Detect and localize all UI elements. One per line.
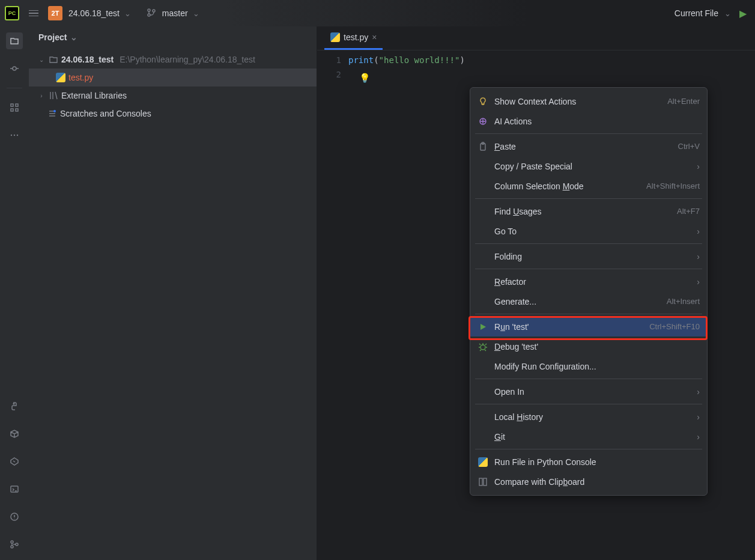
- menu-item[interactable]: Go To›: [470, 221, 707, 241]
- menu-item[interactable]: Run File in Python Console: [470, 452, 707, 472]
- project-name[interactable]: 24.06.18_test: [68, 8, 120, 18]
- vcs-tool-icon[interactable]: [6, 536, 23, 553]
- menu-item-label: Copy / Paste Special: [494, 162, 691, 171]
- problems-tool-icon[interactable]: [6, 508, 23, 525]
- menu-item[interactable]: Copy / Paste Special›: [470, 156, 707, 176]
- menu-item[interactable]: Show Context ActionsAlt+Enter: [470, 91, 707, 111]
- left-tool-rail: [0, 26, 29, 560]
- debug-icon: [478, 342, 488, 352]
- menu-item[interactable]: Compare with Clipboard: [470, 472, 707, 492]
- tree-external-libraries[interactable]: › External Libraries: [29, 87, 317, 105]
- menu-item-label: Debug 'test': [494, 342, 700, 352]
- submenu-arrow-icon: ›: [697, 432, 700, 442]
- menu-separator: [475, 198, 702, 199]
- menu-item[interactable]: Git›: [470, 427, 707, 446]
- tree-item-label: Scratches and Consoles: [60, 109, 151, 118]
- submenu-arrow-icon: ›: [697, 162, 700, 171]
- menu-item[interactable]: Run 'test'Ctrl+Shift+F10: [470, 317, 707, 336]
- svg-point-9: [14, 135, 15, 136]
- chevron-down-icon[interactable]: ⌄: [193, 9, 199, 18]
- menu-item-label: Folding: [494, 252, 691, 261]
- packages-tool-icon[interactable]: [6, 425, 23, 442]
- project-tree: ⌄ 24.06.18_test E:\Python\learning_py\24…: [29, 48, 317, 125]
- tree-file-testpy[interactable]: test.py: [29, 68, 317, 87]
- menu-separator: [475, 243, 702, 244]
- line-number: 1: [317, 53, 341, 67]
- svg-point-3: [13, 67, 16, 70]
- tab-label: test.py: [344, 32, 368, 42]
- run-config-selector[interactable]: Current File: [675, 8, 718, 18]
- terminal-tool-icon[interactable]: [6, 481, 23, 498]
- tab-testpy[interactable]: test.py ×: [324, 26, 383, 50]
- menu-item[interactable]: Folding›: [470, 246, 707, 266]
- svg-rect-23: [484, 478, 487, 485]
- intention-bulb-icon[interactable]: 💡: [359, 71, 371, 85]
- menu-separator: [475, 133, 702, 134]
- menu-item[interactable]: PasteCtrl+V: [470, 136, 707, 156]
- svg-rect-22: [479, 478, 482, 485]
- caret-down-icon: ⌄: [37, 56, 46, 63]
- submenu-arrow-icon: ›: [697, 252, 700, 261]
- menu-item-label: Modify Run Configuration...: [494, 362, 700, 371]
- folder-icon: [48, 55, 59, 64]
- svg-point-15: [11, 546, 13, 548]
- menu-item[interactable]: Debug 'test': [470, 336, 707, 356]
- menu-item[interactable]: Local History›: [470, 407, 707, 427]
- python-console-icon[interactable]: [6, 398, 23, 415]
- main-menu-button[interactable]: [26, 6, 41, 20]
- project-badge-icon: 2T: [48, 6, 62, 20]
- bulb-icon: [478, 97, 488, 106]
- menu-item[interactable]: Generate...Alt+Insert: [470, 291, 707, 311]
- submenu-arrow-icon: ›: [697, 412, 700, 422]
- menu-item-label: Run 'test': [494, 322, 643, 332]
- menu-item-label: Generate...: [494, 297, 661, 306]
- editor-tabs: test.py ×: [317, 26, 755, 50]
- menu-separator: [475, 404, 702, 404]
- tree-file-label: test.py: [68, 73, 93, 82]
- svg-point-1: [148, 14, 150, 16]
- chevron-down-icon[interactable]: ⌄: [724, 9, 731, 18]
- menu-item[interactable]: AI Actions: [470, 111, 707, 131]
- code-editor[interactable]: 1 2 print("hello world!!!") 💡: [317, 50, 755, 82]
- svg-point-0: [148, 9, 150, 11]
- code-content[interactable]: print("hello world!!!") 💡: [348, 50, 755, 82]
- menu-item[interactable]: Column Selection ModeAlt+Shift+Insert: [470, 176, 707, 196]
- menu-item[interactable]: Find UsagesAlt+F7: [470, 201, 707, 221]
- menu-shortcut: Ctrl+V: [678, 142, 700, 151]
- svg-rect-6: [11, 109, 13, 111]
- library-icon: [48, 91, 59, 100]
- tree-scratches[interactable]: Scratches and Consoles: [29, 105, 317, 123]
- svg-point-2: [153, 10, 155, 12]
- caret-right-icon: ›: [37, 93, 46, 99]
- branch-name[interactable]: master: [162, 8, 188, 18]
- svg-point-17: [53, 110, 56, 112]
- python-file-icon: [330, 32, 340, 42]
- svg-point-21: [481, 345, 485, 350]
- project-tool-icon[interactable]: [6, 32, 23, 49]
- menu-item[interactable]: Open In›: [470, 382, 707, 401]
- menu-item-label: Local History: [494, 412, 691, 422]
- menu-shortcut: Ctrl+Shift+F10: [649, 322, 700, 331]
- commit-tool-icon[interactable]: [6, 60, 23, 77]
- close-tab-icon[interactable]: ×: [372, 32, 377, 42]
- run-button-icon[interactable]: ▶: [739, 8, 747, 19]
- menu-shortcut: Alt+Insert: [667, 297, 700, 306]
- menu-item[interactable]: Refactor›: [470, 272, 707, 291]
- more-tool-icon[interactable]: [6, 127, 23, 144]
- project-panel-header[interactable]: Project ⌄: [29, 26, 317, 48]
- menu-item-label: Compare with Clipboard: [494, 477, 700, 487]
- tree-root-folder[interactable]: ⌄ 24.06.18_test E:\Python\learning_py\24…: [29, 50, 317, 68]
- structure-tool-icon[interactable]: [6, 99, 23, 116]
- svg-point-14: [11, 541, 13, 543]
- menu-separator: [475, 449, 702, 449]
- branch-icon[interactable]: [147, 8, 156, 19]
- chevron-down-icon[interactable]: ⌄: [124, 9, 131, 18]
- compare-icon: [478, 477, 488, 487]
- menu-item[interactable]: Modify Run Configuration...: [470, 356, 707, 376]
- tree-root-path: E:\Python\learning_py\24.06.18_test: [120, 55, 255, 64]
- services-tool-icon[interactable]: [6, 453, 23, 470]
- menu-item-label: Git: [494, 432, 691, 442]
- ai-icon: [478, 117, 488, 126]
- paste-icon: [478, 142, 488, 151]
- py-icon: [478, 457, 488, 467]
